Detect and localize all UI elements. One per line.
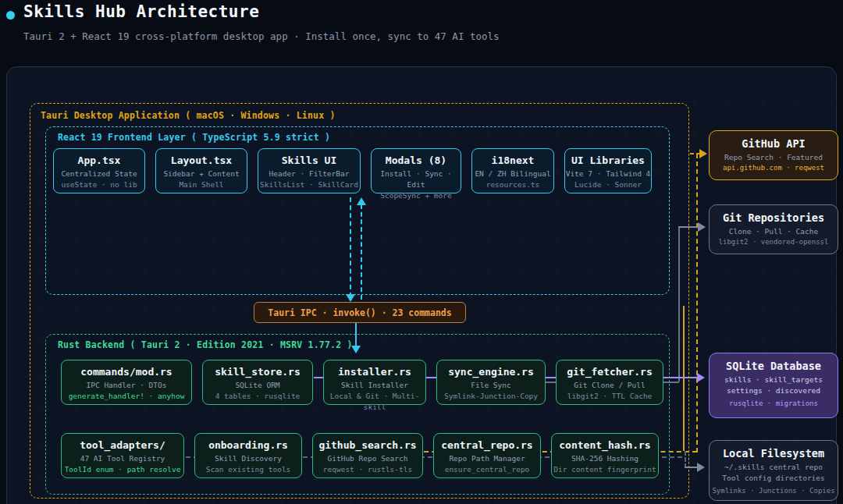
node-line1: IPC Handler · DTOs: [62, 380, 191, 391]
node-sync-engine-rs: sync_engine.rs File Sync Symlink-Junctio…: [436, 360, 546, 405]
node-tool-adapters: tool_adapters/ 47 AI Tool Registry ToolI…: [61, 433, 184, 478]
node-line2: ScopeSync + more: [372, 190, 461, 201]
node-line2: ensure_central_repo: [434, 464, 540, 475]
node-central-repo-rs: central_repo.rs Repo Path Manager ensure…: [433, 433, 541, 478]
node-line2: generate_handler! · anyhow: [62, 391, 191, 402]
backend-row2: tool_adapters/ 47 AI Tool Registry ToolI…: [61, 433, 659, 478]
node-line2: resources.ts: [472, 179, 553, 190]
node-line2: 4 tables · rusqlite: [203, 391, 312, 402]
node-title: GitHub API: [710, 137, 838, 150]
node-ui-libraries: UI Libraries Vite 7 · Tailwind 4 Lucide …: [564, 148, 652, 193]
backend-row1: commands/mod.rs IPC Handler · DTOs gener…: [61, 360, 663, 405]
node-line1: Centralized State: [54, 169, 144, 179]
node-title: central_repo.rs: [434, 439, 540, 451]
tauri-ipc-bridge: Tauri IPC · invoke() · 23 commands: [254, 302, 466, 323]
page-subtitle: Tauri 2 + React 19 cross-platform deskto…: [23, 30, 500, 42]
frontend-to-ipc-arrow-line: [350, 197, 351, 297]
node-line1: Sidebar + Content: [156, 169, 247, 179]
node-layout-tsx: Layout.tsx Sidebar + Content Main Shell: [155, 148, 247, 193]
node-line2: Symlink-Junction-Copy: [437, 391, 545, 402]
node-line1: Repo Path Manager: [434, 453, 540, 464]
node-title: App.tsx: [54, 154, 144, 166]
node-title: tool_adapters/: [62, 439, 183, 451]
node-line2: ToolId enum · path resolve: [62, 464, 183, 475]
node-title: skill_store.rs: [203, 366, 312, 378]
tauri-container-label: Tauri Desktop Application ( macOS · Wind…: [41, 110, 336, 121]
node-line1: skills · skill_targets: [710, 374, 838, 385]
node-installer-rs: installer.rs Skill Installer Local & Git…: [323, 360, 426, 405]
node-line1: 47 AI Tool Registry: [62, 453, 183, 464]
node-title: sync_engine.rs: [437, 366, 545, 378]
node-title: UI Libraries: [565, 154, 651, 166]
node-title: SQLite Database: [710, 360, 838, 372]
node-line1: Header · FilterBar: [258, 169, 360, 179]
node-line2: useState · no lib: [54, 179, 144, 190]
node-github-api: GitHub API Repo Search · Featured api.gi…: [709, 130, 838, 180]
node-title: installer.rs: [324, 366, 425, 378]
node-line1: GitHub Repo Search: [313, 453, 422, 464]
node-title: commands/mod.rs: [62, 366, 191, 378]
node-app-tsx: App.tsx Centralized State useState · no …: [53, 148, 145, 193]
node-line2: SkillsList · SkillCard: [258, 179, 360, 190]
node-commands-mod-rs: commands/mod.rs IPC Handler · DTOs gener…: [61, 360, 192, 405]
node-skill-store-rs: skill_store.rs SQLite ORM 4 tables · rus…: [202, 360, 313, 405]
node-line2: libgit2 · vendored-openssl: [710, 237, 838, 248]
node-title: onboarding.rs: [195, 439, 301, 451]
node-github-search-rs: github_search.rs GitHub Repo Search reqw…: [312, 433, 423, 478]
arrow-right-icon: [697, 373, 705, 382]
node-line1: Clone · Pull · Cache: [710, 226, 838, 237]
node-git-repositories: Git Repositories Clone · Pull · Cache li…: [709, 204, 838, 254]
frontend-container-label: React 19 Frontend Layer ( TypeScript 5.9…: [58, 132, 330, 143]
arrow-right-icon: [697, 463, 705, 472]
node-line2: reqwest · rustls-tls: [313, 464, 422, 475]
arrow-down-icon: [351, 346, 361, 353]
node-line2: Main Shell: [156, 179, 247, 190]
node-title: github_search.rs: [313, 439, 422, 451]
node-line2: libgit2 · TTL Cache: [557, 391, 663, 402]
node-title: git_fetcher.rs: [557, 366, 663, 378]
node-line1: SHA-256 Hashing: [552, 453, 658, 464]
arrow-right-icon: [699, 149, 707, 158]
node-line1: Git Clone / Pull: [557, 380, 663, 391]
title-bullet-icon: [6, 11, 15, 20]
node-line2: api.github.com · reqwest: [710, 163, 838, 174]
node-line1: Vite 7 · Tailwind 4: [565, 169, 651, 179]
ipc-to-backend-arrow-line: [355, 323, 357, 348]
node-line1: Skill Installer: [324, 380, 425, 391]
backend-container-label: Rust Backend ( Tauri 2 · Edition 2021 · …: [58, 339, 353, 350]
arrow-down-icon: [346, 294, 355, 302]
node-line2: Scan existing tools: [195, 464, 301, 475]
page-title: Skills Hub Architecture: [23, 2, 259, 21]
node-title: Local Filesystem: [710, 447, 838, 460]
node-title: Skills UI: [258, 154, 360, 166]
frontend-modules-row: App.tsx Centralized State useState · no …: [53, 148, 652, 193]
arrow-up-icon: [357, 197, 366, 205]
node-i18next: i18next EN / ZH Bilingual resources.ts: [471, 148, 554, 193]
node-onboarding-rs: onboarding.rs Skill Discovery Scan exist…: [194, 433, 302, 478]
node-line1: SQLite ORM: [203, 380, 312, 391]
node-line1: EN / ZH Bilingual: [472, 169, 553, 179]
node-sqlite-database: SQLite Database skills · skill_targets s…: [709, 353, 838, 418]
node-title: Git Repositories: [710, 211, 838, 224]
node-line2: Local & Git · Multi-skill: [324, 391, 425, 413]
node-line3: rusqlite · migrations: [710, 399, 838, 410]
node-content-hash-rs: content_hash.rs SHA-256 Hashing Dir cont…: [551, 433, 659, 478]
node-line1: File Sync: [437, 380, 545, 391]
yellow-route-dashed-vertical: [696, 154, 698, 453]
node-git-fetcher-rs: git_fetcher.rs Git Clone / Pull libgit2 …: [556, 360, 663, 405]
node-modals: Modals (8) Install · Sync · Edit ScopeSy…: [371, 148, 461, 193]
skills-hub-architecture-diagram: { "header": { "title": "Skills Hub Archi…: [0, 0, 843, 504]
node-line2: Dir content fingerprint: [552, 464, 658, 475]
node-title: Modals (8): [372, 154, 461, 166]
node-line1: Repo Search · Featured: [710, 152, 838, 163]
node-line1: ~/.skills central repo: [710, 462, 838, 473]
node-skills-ui: Skills UI Header · FilterBar SkillsList …: [258, 148, 361, 193]
node-title: i18next: [472, 154, 553, 166]
gray-route-to-git-repositories: [678, 226, 700, 228]
node-title: Layout.tsx: [156, 154, 247, 166]
node-line2: Tool config directories: [710, 473, 838, 484]
node-line2: Lucide · Sonner: [565, 179, 651, 190]
node-local-filesystem: Local Filesystem ~/.skills central repo …: [709, 440, 838, 501]
node-line3: Symlinks · Junctions · Copies: [710, 486, 838, 497]
node-line1: Skill Discovery: [195, 453, 301, 464]
